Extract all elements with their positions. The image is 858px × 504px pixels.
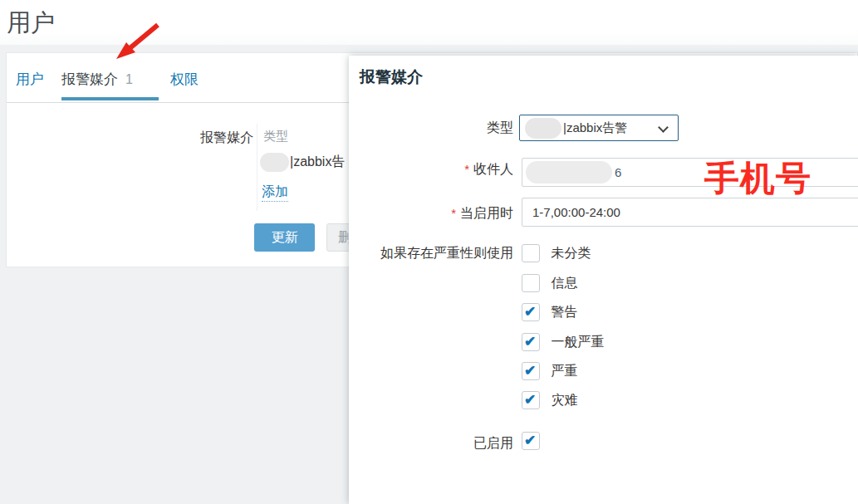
severity-checkbox-not-classified[interactable] [522, 244, 540, 262]
sendto-label-text: 收件人 [473, 162, 513, 176]
page-title: 用户 [7, 7, 55, 40]
severity-option-label[interactable]: 一般严重 [551, 333, 604, 351]
enabled-label: 已启用 [349, 435, 513, 453]
severity-checkbox-disaster[interactable] [522, 391, 540, 409]
enabled-checkbox[interactable] [522, 432, 540, 450]
when-active-label-text: 当启用时 [460, 206, 513, 220]
severity-row: 一般严重 [522, 333, 604, 351]
red-annotation-arrow-icon [108, 18, 168, 61]
dialog-title: 报警媒介 [360, 66, 423, 88]
add-media-link[interactable]: 添加 [262, 183, 288, 202]
when-active-label: *当启用时 [349, 205, 513, 223]
severity-option-label[interactable]: 未分类 [551, 244, 591, 262]
enabled-row [522, 432, 540, 450]
zabbix-user-media-screen: 用户 用户 报警媒介1 权限 报警媒介 类型 |zabbix告 添加 更新 删 … [0, 0, 858, 504]
censor-blur [525, 118, 561, 139]
update-button[interactable]: 更新 [254, 223, 315, 252]
when-active-input[interactable] [522, 198, 858, 227]
type-select-value: |zabbix告警 [563, 115, 627, 140]
media-field-label: 报警媒介 [106, 130, 253, 147]
severity-checkbox-average[interactable] [522, 333, 540, 351]
active-tab-underline [61, 97, 159, 100]
type-label: 类型 [349, 120, 513, 137]
required-asterisk: * [451, 206, 456, 220]
tab-media-count: 1 [125, 72, 133, 86]
severity-row: 灾难 [522, 391, 577, 409]
type-select[interactable]: |zabbix告警 [519, 115, 679, 141]
phone-number-annotation: 手机号 [704, 161, 811, 196]
severity-row: 警告 [522, 303, 577, 321]
censor-blur [260, 153, 289, 172]
severity-row: 未分类 [522, 244, 591, 262]
severity-checkbox-high[interactable] [522, 362, 540, 380]
sendto-label: *收件人 [349, 161, 513, 179]
severity-option-label[interactable]: 严重 [551, 362, 577, 380]
required-asterisk: * [464, 162, 469, 176]
sendto-value-visible: 6 [615, 158, 621, 187]
severity-checkbox-warning[interactable] [522, 303, 540, 321]
severity-row: 严重 [522, 362, 577, 380]
severity-option-label[interactable]: 信息 [551, 274, 577, 292]
severity-row: 信息 [522, 274, 577, 292]
censor-blur [526, 161, 612, 183]
media-dialog: 报警媒介 类型 |zabbix告警 *收件人 6 手机号 *当启用时 如果存在严… [349, 56, 858, 504]
tab-media[interactable]: 报警媒介1 [61, 70, 133, 89]
tab-user[interactable]: 用户 [16, 70, 44, 89]
chevron-down-icon [658, 122, 669, 133]
tab-permissions[interactable]: 权限 [170, 70, 199, 89]
severity-option-label[interactable]: 警告 [551, 303, 577, 321]
media-table-header-type: 类型 [263, 129, 288, 144]
severity-option-label[interactable]: 灾难 [551, 391, 577, 409]
tab-media-label: 报警媒介 [61, 71, 118, 87]
severity-label: 如果存在严重性则使用 [349, 245, 513, 262]
media-row-type-value: |zabbix告 [290, 154, 345, 171]
severity-checkbox-information[interactable] [522, 274, 540, 292]
